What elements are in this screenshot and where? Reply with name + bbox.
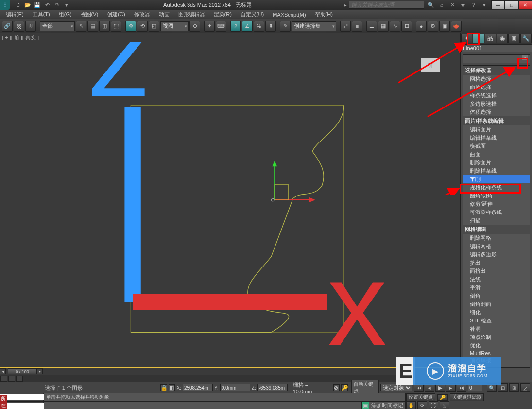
- absolute-relative-icon[interactable]: ◧: [169, 384, 175, 391]
- modifier-item[interactable]: MultiRes: [463, 350, 530, 356]
- zoom-extents-icon[interactable]: ⊞: [509, 383, 519, 392]
- menu-help[interactable]: 帮助(H): [311, 10, 337, 19]
- select-move-icon[interactable]: ✥: [125, 21, 136, 32]
- trackbar-key-icon[interactable]: [16, 376, 23, 382]
- spinner-snap-icon[interactable]: ⬍: [265, 21, 276, 32]
- modifier-item[interactable]: 网格选择: [463, 75, 530, 83]
- open-icon[interactable]: 📂: [24, 1, 31, 8]
- modifier-item[interactable]: 规格化样条线: [463, 183, 530, 192]
- isolate-icon[interactable]: ⊘: [333, 384, 340, 391]
- communication-center-icon[interactable]: ▣: [361, 402, 369, 409]
- modifier-item[interactable]: 补洞: [463, 325, 530, 333]
- modifier-item[interactable]: 圆角/切角: [463, 192, 530, 200]
- add-time-tag[interactable]: 添加时间标记: [371, 402, 403, 409]
- trackbar-curve-icon[interactable]: [0, 376, 7, 382]
- bind-spacewarp-icon[interactable]: ≋: [25, 21, 36, 32]
- x-input[interactable]: [183, 384, 213, 391]
- tab-utilities-icon[interactable]: 🔧: [520, 34, 532, 43]
- render-setup-icon[interactable]: ⚙: [428, 21, 438, 32]
- modifier-item[interactable]: 面挤出: [463, 267, 530, 275]
- menu-animation[interactable]: 动画: [155, 10, 173, 19]
- search-input[interactable]: [349, 1, 424, 9]
- menu-maxscript[interactable]: MAXScript(M): [269, 11, 309, 18]
- field-of-view-icon[interactable]: ◺: [440, 401, 449, 409]
- help-icon[interactable]: ?: [470, 1, 478, 9]
- keyboard-shortcut-icon[interactable]: ⌨: [216, 21, 226, 32]
- modifier-item[interactable]: 编辑面片: [463, 125, 530, 134]
- curve-editor-icon[interactable]: ∿: [390, 21, 400, 32]
- modifier-item[interactable]: 倒角: [463, 292, 530, 300]
- key-mode-icon[interactable]: 🔑: [437, 394, 448, 401]
- named-selection-combo[interactable]: 创建选择集: [292, 21, 336, 31]
- tab-hierarchy-icon[interactable]: 品: [485, 34, 496, 43]
- prev-key-icon[interactable]: ◂: [0, 368, 6, 374]
- modifier-list-dropdown[interactable]: [463, 54, 530, 63]
- align-icon[interactable]: ≡: [352, 21, 362, 32]
- redo-icon[interactable]: ↷: [53, 1, 60, 8]
- menu-tools[interactable]: 工具(T): [29, 10, 54, 19]
- tab-create-icon[interactable]: ✦: [461, 34, 472, 43]
- modifier-item[interactable]: 编辑多边形: [463, 250, 530, 259]
- minimize-button[interactable]: —: [491, 0, 505, 9]
- unlink-icon[interactable]: ⛓: [14, 21, 24, 32]
- new-icon[interactable]: 🗋: [15, 1, 21, 8]
- subscription-icon[interactable]: ⌂: [438, 1, 446, 9]
- modifier-item[interactable]: 细化: [463, 308, 530, 317]
- modifier-item[interactable]: 体积选择: [463, 108, 530, 116]
- menu-graph-editors[interactable]: 图形编辑器: [174, 10, 209, 19]
- modifier-item[interactable]: 横截面: [463, 142, 530, 150]
- modifier-item[interactable]: 车削: [463, 175, 530, 183]
- infocenter-dropdown-icon[interactable]: ▸: [342, 2, 349, 8]
- menu-create[interactable]: 创建(C): [103, 10, 129, 19]
- window-crossing-icon[interactable]: ⬚: [111, 21, 121, 32]
- rendered-frame-icon[interactable]: ▣: [439, 21, 450, 32]
- modifier-item[interactable]: 挤出: [463, 259, 530, 267]
- modifier-item[interactable]: 平滑: [463, 284, 530, 292]
- setkey-button[interactable]: 设置关键点: [406, 393, 435, 401]
- undo-icon[interactable]: ↶: [44, 1, 51, 8]
- graphite-icon[interactable]: ▦: [378, 21, 389, 32]
- favorites-icon[interactable]: ★: [459, 1, 467, 9]
- modifier-item[interactable]: 面片选择: [463, 83, 530, 91]
- menu-views[interactable]: 视图(V): [77, 10, 103, 19]
- modifier-item[interactable]: 优化: [463, 341, 530, 350]
- modifier-item[interactable]: 修剪/延伸: [463, 200, 530, 208]
- snap-angle-icon[interactable]: ∠: [242, 21, 253, 32]
- pan-icon[interactable]: ✋: [406, 401, 416, 409]
- tab-modify-icon[interactable]: ◗: [473, 34, 484, 43]
- app-menu-icon[interactable]: ⋮: [0, 0, 10, 10]
- manipulate-icon[interactable]: ✦: [204, 21, 215, 32]
- orbit-icon[interactable]: ⟳: [417, 401, 427, 409]
- fov-icon[interactable]: ◿: [520, 383, 530, 392]
- modifier-item[interactable]: 倒角剖面: [463, 300, 530, 308]
- use-center-icon[interactable]: ⊙: [189, 21, 200, 32]
- modifier-item[interactable]: 法线: [463, 275, 530, 284]
- mirror-icon[interactable]: ⇄: [340, 21, 351, 32]
- time-slider-handle[interactable]: 0 / 100: [8, 368, 37, 374]
- modifier-item[interactable]: 扫描: [463, 216, 530, 225]
- help-dropdown-icon[interactable]: ▾: [481, 1, 488, 9]
- track-bar[interactable]: [0, 375, 460, 382]
- selection-filter-combo[interactable]: 全部: [40, 21, 75, 31]
- menu-customize[interactable]: 自定义(U): [237, 10, 268, 19]
- tab-motion-icon[interactable]: ◉: [497, 34, 508, 43]
- menu-edit[interactable]: 编辑(E): [2, 10, 28, 19]
- ref-coord-combo[interactable]: 视图: [160, 21, 189, 31]
- modifier-item[interactable]: 可渲染样条线: [463, 208, 530, 216]
- modifier-item[interactable]: 顶点绘制: [463, 333, 530, 341]
- modifier-item[interactable]: 编辑网格: [463, 242, 530, 250]
- select-by-name-icon[interactable]: ▤: [87, 21, 98, 32]
- y-input[interactable]: [220, 384, 250, 391]
- select-region-icon[interactable]: ◫: [99, 21, 110, 32]
- select-scale-icon[interactable]: ◱: [149, 21, 159, 32]
- edit-named-sel-icon[interactable]: ✎: [280, 21, 291, 32]
- material-editor-icon[interactable]: ●: [416, 21, 427, 32]
- schematic-view-icon[interactable]: ⊞: [401, 21, 412, 32]
- modifier-item[interactable]: 曲面: [463, 150, 530, 159]
- modifier-item[interactable]: 编辑样条线: [463, 134, 530, 142]
- object-name-input[interactable]: [461, 44, 532, 52]
- frame-input[interactable]: [468, 384, 482, 391]
- selected-object-combo[interactable]: 选定对象: [380, 384, 412, 391]
- selection-lock-icon[interactable]: 🔑: [341, 384, 348, 391]
- search-icon[interactable]: 🔍: [427, 1, 435, 9]
